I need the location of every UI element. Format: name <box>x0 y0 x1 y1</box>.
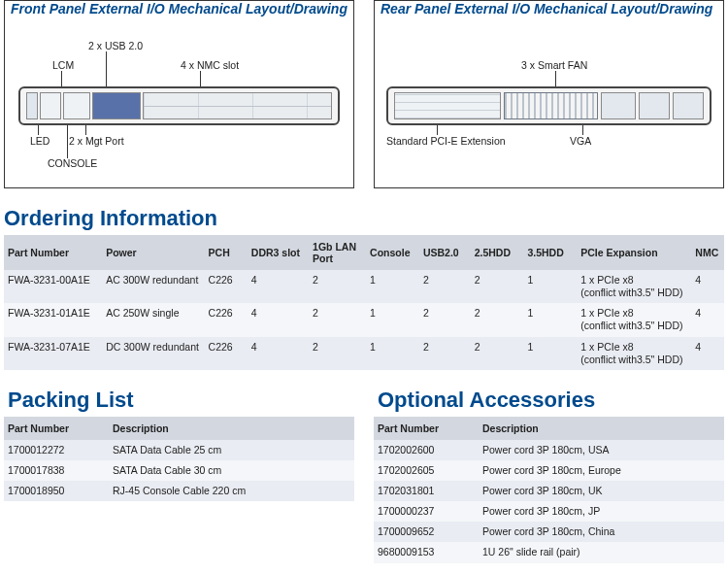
label-lcm: LCM <box>52 59 74 71</box>
table-cell: SATA Data Cable 30 cm <box>109 460 354 481</box>
column-header: USB2.0 <box>419 235 471 270</box>
table-cell: 1 <box>523 303 577 336</box>
column-header: DDR3 slot <box>248 235 309 270</box>
table-cell: 4 <box>248 270 309 303</box>
column-header: Description <box>479 417 724 440</box>
table-row: 1702031801Power cord 3P 180cm, UK <box>374 481 724 501</box>
table-cell: 1 <box>366 270 419 303</box>
label-vga: VGA <box>570 135 591 147</box>
front-mgt-area <box>92 92 141 119</box>
table-cell: 2 <box>309 337 366 370</box>
table-cell: Power cord 3P 180cm, UK <box>479 481 724 501</box>
table-cell: 1700018950 <box>4 481 109 501</box>
column-header: Part Number <box>4 417 109 440</box>
table-cell: FWA-3231-07A1E <box>4 337 102 370</box>
rear-panel-title: Rear Panel External I/O Mechanical Layou… <box>381 1 717 17</box>
ordering-header-row: Part NumberPowerPCHDDR3 slot1Gb LAN Port… <box>4 235 724 270</box>
rear-panel-box: Rear Panel External I/O Mechanical Layou… <box>374 0 724 188</box>
table-cell: Power cord 3P 180cm, Europe <box>479 460 724 481</box>
table-cell: 2 <box>419 337 471 370</box>
front-led-area <box>26 92 38 119</box>
table-cell: 1U 26" slide rail (pair) <box>479 542 724 562</box>
rear-fan-area <box>504 92 598 119</box>
column-header: Console <box>366 235 419 270</box>
table-cell: 4 <box>691 337 724 370</box>
table-cell: DC 300W redundant <box>102 337 204 370</box>
column-header: PCIe Expansion <box>577 235 691 270</box>
rear-psu-1 <box>639 92 670 119</box>
front-nmc-slots <box>143 92 332 119</box>
packing-header-row: Part NumberDescription <box>4 417 354 440</box>
column-header: Part Number <box>4 235 102 270</box>
table-cell: 9680009153 <box>374 542 479 562</box>
table-row: FWA-3231-00A1EAC 300W redundantC22642122… <box>4 270 724 303</box>
packing-table: Part NumberDescription 1700012272SATA Da… <box>4 417 354 501</box>
table-cell: 1702002605 <box>374 460 479 481</box>
table-row: 1700012272SATA Data Cable 25 cm <box>4 440 354 460</box>
label-led: LED <box>30 135 50 147</box>
rear-pci-slot <box>394 92 501 119</box>
table-cell: RJ-45 Console Cable 220 cm <box>109 481 354 501</box>
table-cell: 2 <box>471 337 524 370</box>
label-pci: Standard PCI-E Extension <box>386 135 506 147</box>
table-cell: Power cord 3P 180cm, JP <box>479 501 724 522</box>
table-row: 1702002605Power cord 3P 180cm, Europe <box>374 460 724 481</box>
table-cell: AC 250W single <box>102 303 204 336</box>
column-header: Description <box>109 417 354 440</box>
column-header: 1Gb LAN Port <box>309 235 366 270</box>
column-header: 3.5HDD <box>523 235 577 270</box>
front-panel-box: Front Panel External I/O Mechanical Layo… <box>4 0 354 188</box>
table-cell: 1702002600 <box>374 440 479 460</box>
column-header: NMC <box>691 235 724 270</box>
label-fan: 3 x Smart FAN <box>521 59 587 71</box>
column-header: PCH <box>205 235 248 270</box>
rear-psu-2 <box>673 92 704 119</box>
table-cell: Power cord 3P 180cm, China <box>479 522 724 542</box>
table-row: 1700017838SATA Data Cable 30 cm <box>4 460 354 481</box>
table-row: 96800091531U 26" slide rail (pair) <box>374 542 724 562</box>
table-row: FWA-3231-01A1EAC 250W singleC2264212211 … <box>4 303 724 336</box>
table-cell: C226 <box>205 270 248 303</box>
table-cell: 1700009652 <box>374 522 479 542</box>
table-cell: AC 300W redundant <box>102 270 204 303</box>
table-cell: 1 <box>366 337 419 370</box>
table-cell: 1700000237 <box>374 501 479 522</box>
label-nmc: 4 x NMC slot <box>181 59 239 71</box>
table-cell: 2 <box>419 303 471 336</box>
table-cell: SATA Data Cable 25 cm <box>109 440 354 460</box>
column-header: Power <box>102 235 204 270</box>
rear-chassis-drawing <box>386 86 711 125</box>
table-cell: Power cord 3P 180cm, USA <box>479 440 724 460</box>
front-lcm-area <box>40 92 61 119</box>
front-usb-area <box>63 92 90 119</box>
table-cell: 1700017838 <box>4 460 109 481</box>
table-row: 1700018950RJ-45 Console Cable 220 cm <box>4 481 354 501</box>
table-row: FWA-3231-07A1EDC 300W redundantC22642122… <box>4 337 724 370</box>
table-cell: 1700012272 <box>4 440 109 460</box>
front-chassis-drawing <box>18 86 340 125</box>
table-cell: 4 <box>248 337 309 370</box>
rear-vga-area <box>601 92 636 119</box>
table-cell: 1702031801 <box>374 481 479 501</box>
column-header: 2.5HDD <box>471 235 524 270</box>
table-cell: FWA-3231-01A1E <box>4 303 102 336</box>
column-header: Part Number <box>374 417 479 440</box>
heading-packing: Packing List <box>8 388 354 413</box>
table-cell: 2 <box>419 270 471 303</box>
table-cell: 1 x PCIe x8(conflict with3.5" HDD) <box>577 303 691 336</box>
table-cell: C226 <box>205 337 248 370</box>
ordering-table: Part NumberPowerPCHDDR3 slot1Gb LAN Port… <box>4 235 724 370</box>
table-row: 1700009652Power cord 3P 180cm, China <box>374 522 724 542</box>
rear-panel-diagram: 3 x Smart FAN Standard PCI-E Extension V… <box>381 17 717 182</box>
table-cell: 1 <box>523 337 577 370</box>
table-cell: FWA-3231-00A1E <box>4 270 102 303</box>
front-panel-title: Front Panel External I/O Mechanical Layo… <box>11 1 347 17</box>
table-cell: C226 <box>205 303 248 336</box>
label-console: CONSOLE <box>48 157 97 169</box>
accessories-header-row: Part NumberDescription <box>374 417 724 440</box>
table-cell: 2 <box>471 270 524 303</box>
label-usb: 2 x USB 2.0 <box>88 40 143 51</box>
table-cell: 2 <box>471 303 524 336</box>
table-cell: 2 <box>309 303 366 336</box>
front-panel-diagram: 2 x USB 2.0 LCM 4 x NMC slot LED 2 x Mgt… <box>11 17 347 182</box>
